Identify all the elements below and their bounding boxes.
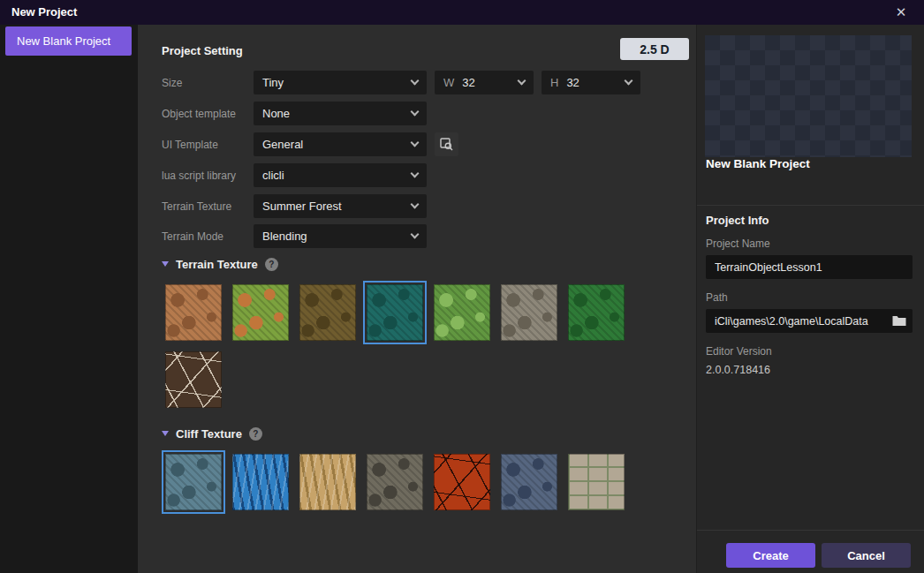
chevron-down-icon — [625, 77, 633, 86]
help-icon[interactable]: ? — [249, 427, 262, 441]
sidebar-item-new-blank-project[interactable]: New Blank Project — [5, 26, 132, 56]
chevron-down-icon — [518, 77, 526, 86]
terrain-mode-dropdown[interactable]: Blending — [254, 224, 427, 248]
ui-template-value: General — [262, 138, 303, 151]
texture-swatch-slate-blue[interactable] — [165, 454, 222, 510]
texture-swatch-blue-stone[interactable] — [501, 454, 557, 510]
titlebar: New Project ✕ — [0, 0, 924, 25]
chevron-down-icon — [411, 108, 420, 117]
project-path-input[interactable] — [706, 309, 913, 333]
terrain-mode-value: Blending — [262, 230, 307, 243]
size-dropdown[interactable]: Tiny — [254, 71, 427, 94]
form-row-object-template: Object template None — [162, 102, 427, 125]
create-button-label: Create — [753, 549, 788, 562]
texture-swatch-summer-grass[interactable] — [434, 284, 490, 341]
project-preview-image — [705, 35, 912, 157]
terrain-texture-label: Terrain Texture — [162, 200, 254, 213]
preview-caption: New Blank Project — [706, 157, 810, 170]
ui-template-preview-button[interactable] — [435, 132, 458, 156]
new-project-dialog: New Project ✕ New Blank Project Project … — [0, 0, 924, 573]
size-dropdown-value: Tiny — [262, 76, 284, 89]
size-label: Size — [162, 77, 254, 89]
chevron-down-icon — [411, 170, 420, 178]
footer-divider — [697, 530, 924, 531]
project-name-input[interactable] — [706, 255, 913, 279]
sidebar: New Blank Project — [0, 25, 138, 573]
cliff-section-title: Cliff Texture — [176, 427, 242, 441]
chevron-down-icon — [411, 230, 420, 239]
terrain-swatch-grid — [165, 284, 647, 408]
height-prefix: H — [550, 76, 558, 89]
collapse-triangle-icon[interactable] — [162, 431, 169, 436]
width-value: 32 — [462, 76, 474, 89]
terrain-texture-value: Summer Forest — [262, 200, 342, 213]
form-row-terrain-texture: Terrain Texture Summer Forest — [162, 194, 427, 218]
preview-search-icon — [440, 138, 453, 151]
collapse-triangle-icon[interactable] — [162, 261, 169, 267]
chevron-down-icon — [411, 200, 420, 209]
texture-swatch-autumn-grass[interactable] — [232, 284, 289, 341]
editor-version-value: 2.0.0.718416 — [706, 364, 770, 376]
texture-swatch-dark-grass[interactable] — [568, 284, 625, 341]
object-template-value: None — [262, 107, 290, 120]
ui-template-dropdown[interactable]: General — [254, 132, 427, 156]
width-dropdown[interactable]: W 32 — [435, 71, 534, 94]
texture-swatch-mossy-brick[interactable] — [568, 454, 625, 510]
width-prefix: W — [443, 76, 454, 89]
form-row-size: Size Tiny W 32 H 32 — [162, 71, 640, 94]
height-dropdown[interactable]: H 32 — [542, 71, 640, 94]
project-name-label: Project Name — [706, 237, 770, 250]
terrain-mode-label: Terrain Mode — [162, 230, 254, 243]
form-row-terrain-mode: Terrain Mode Blending — [162, 224, 427, 248]
panel-divider — [697, 205, 924, 206]
close-button[interactable]: ✕ — [889, 0, 913, 25]
browse-folder-button[interactable] — [891, 314, 907, 328]
texture-swatch-dry-mud[interactable] — [299, 284, 356, 341]
close-icon: ✕ — [896, 4, 907, 20]
folder-icon — [892, 315, 906, 327]
ui-template-label: UI Template — [162, 139, 254, 151]
chevron-down-icon — [411, 139, 420, 147]
cancel-button-label: Cancel — [847, 549, 885, 562]
object-template-dropdown[interactable]: None — [254, 102, 427, 125]
cliff-texture-section-header: Cliff Texture ? — [162, 426, 262, 441]
lua-library-label: lua script library — [162, 170, 254, 182]
lua-library-value: clicli — [262, 169, 284, 182]
form-row-lua-library: lua script library clicli — [162, 163, 427, 187]
path-label: Path — [706, 291, 728, 304]
terrain-texture-dropdown[interactable]: Summer Forest — [254, 194, 427, 218]
dialog-title: New Project — [11, 5, 77, 19]
texture-swatch-lava[interactable] — [434, 454, 490, 510]
texture-swatch-sandstone[interactable] — [299, 454, 356, 510]
terrain-section-title: Terrain Texture — [176, 258, 258, 271]
settings-heading: Project Setting — [162, 44, 243, 57]
height-value: 32 — [566, 76, 579, 89]
lua-library-dropdown[interactable]: clicli — [254, 163, 427, 187]
create-button[interactable]: Create — [726, 543, 815, 568]
project-info-panel: New Blank Project Project Info Project N… — [696, 25, 924, 573]
texture-swatch-gray-rock[interactable] — [367, 454, 423, 510]
form-row-ui-template: UI Template General — [162, 132, 458, 156]
sidebar-item-label: New Blank Project — [17, 34, 110, 48]
editor-version-label: Editor Version — [706, 345, 772, 358]
texture-swatch-cracked-earth[interactable] — [165, 351, 222, 408]
terrain-texture-section-header: Terrain Texture ? — [162, 257, 278, 271]
mode-badge-2-5d[interactable]: 2.5 D — [620, 38, 689, 60]
texture-swatch-gravel[interactable] — [501, 284, 557, 341]
object-template-label: Object template — [162, 108, 254, 120]
cancel-button[interactable]: Cancel — [822, 543, 911, 568]
texture-swatch-blue-grass[interactable] — [367, 284, 423, 341]
cliff-swatch-grid — [165, 454, 647, 510]
chevron-down-icon — [411, 77, 420, 86]
help-icon[interactable]: ? — [265, 258, 278, 271]
settings-panel: Project Setting 2.5 D Size Tiny W 32 H 3… — [138, 25, 696, 573]
texture-swatch-ice-blue[interactable] — [232, 454, 289, 510]
path-input-wrap — [706, 309, 913, 333]
texture-swatch-dirt-brown[interactable] — [165, 284, 222, 341]
project-info-heading: Project Info — [706, 214, 769, 227]
